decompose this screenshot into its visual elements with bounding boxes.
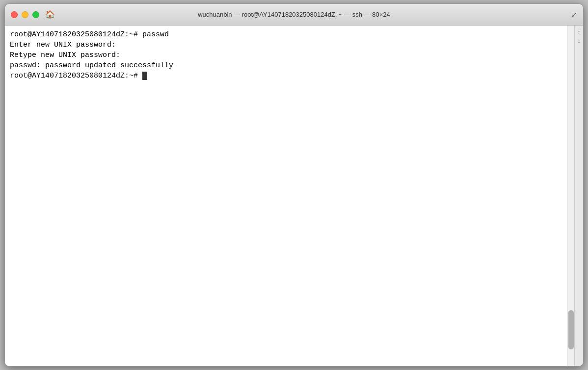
terminal-line-3: Retype new UNIX password:	[10, 50, 562, 60]
expand-icon[interactable]: ⤢	[571, 11, 577, 19]
traffic-lights	[11, 11, 39, 18]
terminal-line-5: root@AY14071820325080124dZ:~#	[10, 71, 562, 81]
maximize-button[interactable]	[32, 11, 39, 18]
terminal-cursor	[142, 72, 147, 80]
minimize-button[interactable]	[22, 11, 28, 18]
scrollbar-thumb[interactable]	[568, 310, 574, 349]
terminal-window: 🏠 wuchuanbin — root@AY14071820325080124d…	[4, 3, 584, 367]
scrollbar[interactable]	[567, 26, 574, 366]
terminal-line-1: root@AY14071820325080124dZ:~# passwd	[10, 29, 562, 40]
sidebar-item-1: ↕	[578, 29, 580, 35]
titlebar-title: wuchuanbin — root@AY14071820325080124dZ:…	[198, 11, 390, 18]
titlebar: 🏠 wuchuanbin — root@AY14071820325080124d…	[5, 4, 583, 26]
window-body: root@AY14071820325080124dZ:~# passwd Ent…	[5, 26, 583, 366]
terminal-content[interactable]: root@AY14071820325080124dZ:~# passwd Ent…	[5, 26, 567, 366]
sidebar-item-2: ○	[577, 39, 580, 44]
close-button[interactable]	[11, 11, 18, 18]
terminal-line-4: passwd: password updated successfully	[10, 60, 562, 71]
titlebar-icon: 🏠	[45, 10, 55, 19]
terminal-line-2: Enter new UNIX password:	[10, 40, 562, 50]
right-sidebar: ↕ ○	[574, 26, 583, 366]
